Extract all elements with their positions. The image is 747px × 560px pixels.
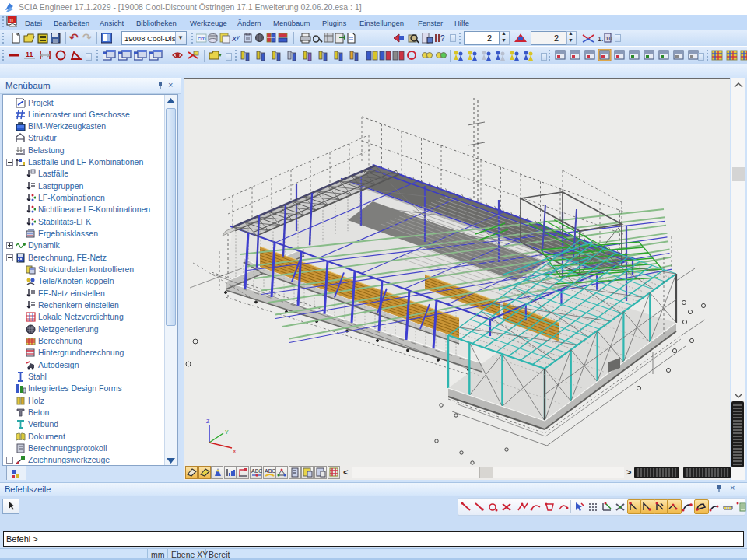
svg-text:1.: 1. <box>598 35 604 43</box>
svg-text:X: X <box>233 449 237 454</box>
svg-text:ABC: ABC <box>265 468 275 474</box>
svg-text:11: 11 <box>26 51 33 58</box>
svg-text:y: y <box>236 34 240 40</box>
svg-text:Y: Y <box>225 429 229 435</box>
svg-text:?: ? <box>440 34 445 43</box>
svg-text:ABC: ABC <box>251 468 262 474</box>
svg-text:Z: Z <box>206 418 210 424</box>
svg-text:10: 10 <box>605 35 612 42</box>
svg-text:cm: cm <box>198 35 206 42</box>
svg-text:m: m <box>9 17 13 23</box>
